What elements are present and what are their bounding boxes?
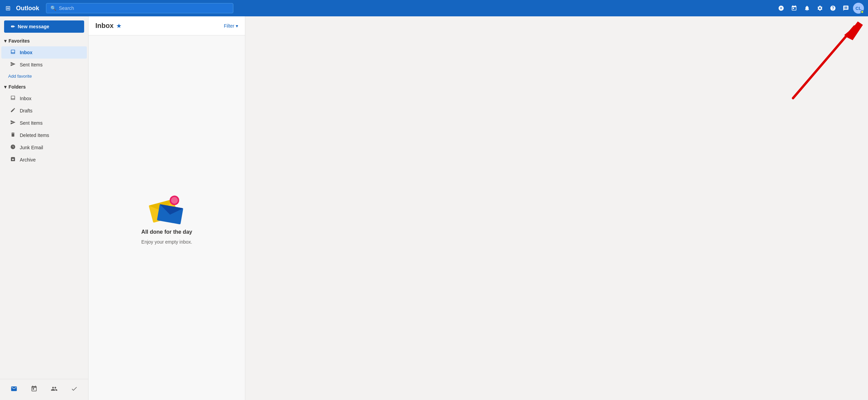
sidebar-junk-label: Junk Email	[20, 145, 43, 150]
inbox-title-area: Inbox ★	[95, 22, 122, 30]
feedback-icon[interactable]	[840, 3, 852, 13]
svg-point-6	[171, 197, 178, 204]
nav-mail-icon[interactable]	[9, 383, 19, 396]
sidebar-item-deleted[interactable]: Deleted Items	[1, 129, 87, 141]
empty-inbox-illustration	[146, 191, 187, 225]
nav-people-icon[interactable]	[49, 383, 60, 396]
inbox-title: Inbox	[95, 22, 113, 30]
grid-icon[interactable]: ⊞	[4, 3, 12, 13]
sidebar-sent-fav-label: Sent Items	[20, 62, 43, 67]
sidebar-sent-folder-label: Sent Items	[20, 120, 43, 126]
sent-icon	[10, 61, 16, 68]
settings-icon[interactable]	[814, 3, 826, 13]
favorites-section-header[interactable]: ▾ Favorites	[0, 35, 88, 46]
folders-section-header[interactable]: ▾ Folders	[0, 81, 88, 92]
sidebar: ✏ New message ▾ Favorites Inbox Sent Ite…	[0, 16, 89, 400]
sidebar-archive-label: Archive	[20, 157, 36, 163]
svg-marker-8	[844, 27, 854, 39]
sidebar-item-archive[interactable]: Archive	[1, 154, 87, 166]
email-list-panel: Inbox ★ Filter ▾	[89, 16, 245, 400]
svg-marker-9	[846, 21, 863, 40]
archive-icon	[10, 156, 16, 163]
sidebar-deleted-label: Deleted Items	[20, 133, 49, 138]
calendar-icon[interactable]	[788, 3, 800, 13]
topbar-icons: CL	[775, 3, 864, 14]
sidebar-inbox-folder-label: Inbox	[20, 96, 31, 101]
help-icon[interactable]	[827, 3, 839, 13]
chevron-down-icon: ▾	[4, 38, 6, 44]
filter-chevron-icon: ▾	[236, 23, 238, 29]
avatar[interactable]: CL	[853, 3, 864, 14]
sidebar-inbox-fav-label: Inbox	[20, 50, 32, 55]
red-arrow-annotation	[766, 16, 868, 102]
nav-tasks-icon[interactable]	[69, 383, 80, 396]
sidebar-item-junk[interactable]: Junk Email	[1, 141, 87, 154]
empty-inbox-subtitle: Enjoy your empty inbox.	[141, 239, 192, 245]
sidebar-top: ✏ New message	[0, 16, 88, 35]
sidebar-item-inbox-folder[interactable]: Inbox	[1, 92, 87, 105]
nav-calendar-icon[interactable]	[29, 383, 40, 396]
compose-icon: ✏	[11, 24, 15, 29]
empty-inbox-title: All done for the day	[141, 229, 192, 235]
empty-inbox-state: All done for the day Enjoy your empty in…	[141, 191, 192, 245]
junk-icon	[10, 144, 16, 151]
search-bar[interactable]: 🔍	[46, 3, 233, 13]
add-favorite-link[interactable]: Add favorite	[0, 71, 88, 81]
sidebar-item-sent-fav[interactable]: Sent Items	[1, 59, 87, 71]
main-content	[245, 16, 868, 400]
email-list-content: All done for the day Enjoy your empty in…	[89, 35, 245, 400]
sidebar-item-drafts[interactable]: Drafts	[1, 105, 87, 117]
sidebar-bottom-nav	[0, 379, 88, 400]
main-layout: ✏ New message ▾ Favorites Inbox Sent Ite…	[0, 16, 868, 400]
inbox-folder-icon	[10, 95, 16, 102]
email-list-header: Inbox ★ Filter ▾	[89, 16, 245, 35]
filter-button[interactable]: Filter ▾	[224, 23, 238, 29]
new-message-button[interactable]: ✏ New message	[4, 20, 84, 33]
svg-line-7	[793, 27, 854, 98]
deleted-icon	[10, 132, 16, 139]
search-input[interactable]	[59, 5, 229, 11]
bell-icon[interactable]	[801, 3, 813, 13]
drafts-icon	[10, 107, 16, 114]
sidebar-item-inbox-fav[interactable]: Inbox	[1, 46, 87, 59]
search-icon: 🔍	[50, 5, 56, 11]
app-title: Outlook	[16, 5, 39, 12]
avatar-status-dot	[861, 10, 864, 14]
chevron-down-icon-folders: ▾	[4, 84, 6, 90]
sidebar-drafts-label: Drafts	[20, 108, 32, 113]
inbox-icon	[10, 49, 16, 56]
sent-folder-icon	[10, 120, 16, 126]
sidebar-item-sent-folder[interactable]: Sent Items	[1, 117, 87, 129]
skype-icon[interactable]	[775, 3, 787, 13]
topbar: ⊞ Outlook 🔍 CL	[0, 0, 868, 16]
inbox-star-icon[interactable]: ★	[116, 22, 122, 30]
